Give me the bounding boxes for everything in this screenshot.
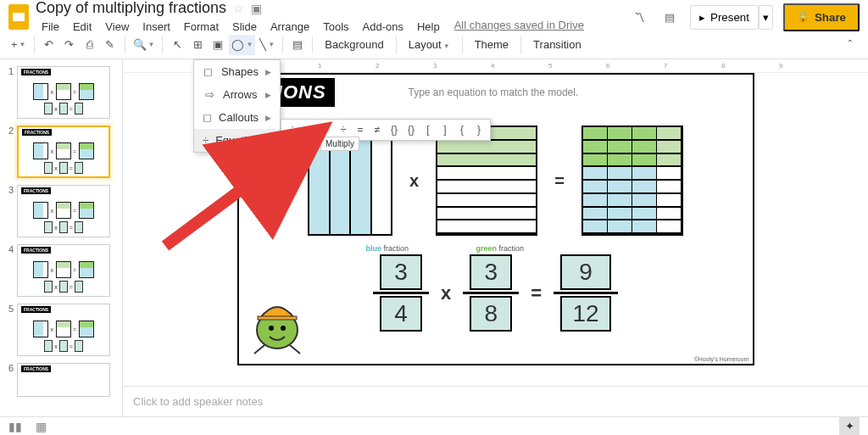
equation-equals[interactable]: = [354,123,366,137]
menu-view[interactable]: View [99,19,135,35]
theme-button[interactable]: Theme [468,38,515,51]
shape-menu-equation[interactable]: ÷ Equation ▶ [194,129,280,152]
fraction-c[interactable]: 9 12 [554,254,618,332]
textbox-tool[interactable]: ⊞ [188,35,207,55]
document-title[interactable]: Copy of multiplying fractions [36,0,226,17]
thumb-number: 2 [3,125,14,178]
fraction-b-numerator[interactable]: 3 [470,254,512,290]
equation-brace2[interactable]: {} [405,123,417,137]
result-fraction-model[interactable] [581,125,683,236]
grid-view-icon[interactable]: ▦ [36,420,47,433]
layout-button[interactable]: Layout▼ [402,38,457,51]
menu-slide[interactable]: Slide [226,19,263,35]
callouts-icon: ◻ [203,111,212,124]
thumbnail-1[interactable]: FRACTIONS x= x= [17,66,110,119]
equation-bracket-r[interactable]: ] [439,123,451,137]
equals-operator: = [554,171,565,191]
shape-dropdown-menu: ◻ Shapes ▶ ⇨ Arrows ▶ ◻ Callouts ▶ ÷ Equ… [193,59,281,153]
slide-prompt-text[interactable]: Type an equation to match the model. [409,86,579,98]
undo-button[interactable]: ↶ [40,35,58,55]
equation-divide[interactable]: ÷ [337,123,349,137]
shapes-icon: ◻ [203,65,214,78]
thumbnail-4[interactable]: FRACTIONS x= x= [17,244,110,297]
thumbnail-6[interactable]: FRACTIONS [17,363,110,397]
fraction-a-denominator[interactable]: 4 [380,296,422,332]
slide-canvas[interactable]: CTIONS Type an equation to match the mod… [237,73,754,365]
equation-submenu: ÷ − × ÷ = ≠ {} {} [ ] { } [281,119,491,141]
activity-icon[interactable]: 〽 [629,7,649,27]
tooltip-multiply: Multiply [320,137,359,151]
menu-format[interactable]: Format [178,19,225,35]
shape-menu-arrows[interactable]: ⇨ Arrows ▶ [194,83,280,106]
equation-multiply[interactable]: × [320,123,332,137]
green-fraction-model[interactable] [436,125,537,236]
image-tool[interactable]: ▣ [209,35,227,55]
slides-logo [8,4,29,30]
comment-button[interactable]: ▤ [288,35,307,55]
character-image [248,287,307,355]
select-tool[interactable]: ↖ [168,35,186,55]
menu-edit[interactable]: Edit [67,19,97,35]
new-slide-button[interactable]: +▼ [8,35,29,55]
fraction-a-numerator[interactable]: 3 [380,254,422,290]
equation-bracket-l[interactable]: [ [422,123,434,137]
share-label: Share [815,11,846,24]
equals-operator-2: = [531,282,542,304]
menu-insert[interactable]: Insert [136,19,176,35]
footer: ▮▮ ▦ ✦ [0,416,868,435]
menu-help[interactable]: Help [411,19,446,35]
slide-filmstrip[interactable]: 1 FRACTIONS x= x= 2 FRACTIONS x= x= 3 FR… [0,59,123,416]
thumb-number: 3 [3,185,14,237]
menu-addons[interactable]: Add-ons [357,19,409,35]
redo-button[interactable]: ↷ [60,35,79,55]
thumbnail-2[interactable]: FRACTIONS x= x= [17,125,110,178]
svg-line-4 [254,345,264,354]
menu-tools[interactable]: Tools [317,19,354,35]
fraction-b[interactable]: 3 8 [463,254,519,332]
explore-button[interactable]: ✦ [839,416,860,436]
times-operator-2: x [441,282,451,304]
shape-menu-label: Arrows [223,88,257,101]
arrows-icon: ⇨ [203,88,216,101]
fraction-a[interactable]: 3 4 [373,254,429,332]
thumb-number: 4 [3,244,14,297]
background-button[interactable]: Background [318,38,390,51]
print-button[interactable]: ⎙ [81,35,99,55]
equation-brace1[interactable]: {} [388,123,400,137]
equation-curly-r[interactable]: } [473,123,485,137]
thumb-number: 1 [3,66,14,119]
move-folder-icon[interactable]: ▣ [251,2,262,15]
star-icon[interactable]: ☆ [233,2,244,15]
save-status[interactable]: All changes saved in Drive [454,19,584,35]
svg-line-5 [290,345,300,354]
comments-icon[interactable]: ▤ [659,7,680,27]
equation-curly-l[interactable]: { [456,123,468,137]
present-dropdown[interactable]: ▾ [759,5,773,30]
speaker-notes[interactable]: Click to add speaker notes [123,386,868,416]
thumbnail-3[interactable]: FRACTIONS x= x= [17,185,110,237]
transition-button[interactable]: Transition [526,38,588,51]
equation-notequal[interactable]: ≠ [371,123,383,137]
menu-arrange[interactable]: Arrange [264,19,315,35]
menu-file[interactable]: File [36,19,65,35]
line-tool[interactable]: ╲▼ [257,35,277,55]
collapse-toolbar-icon[interactable]: ˆ [841,35,860,55]
thumbnail-5[interactable]: FRACTIONS x= x= [17,304,110,356]
zoom-button[interactable]: 🔍▼ [131,35,158,55]
shape-tool[interactable]: ◯▼ [229,35,255,55]
equation-minus[interactable]: − [303,123,315,137]
fraction-b-denominator[interactable]: 8 [470,296,512,332]
present-button[interactable]: ▸ Present [690,5,759,30]
fraction-c-numerator[interactable]: 9 [560,254,611,290]
share-button[interactable]: 🔒 Share [783,3,860,31]
fraction-c-denominator[interactable]: 12 [560,296,611,332]
app-header: Copy of multiplying fractions ☆ ▣ File E… [0,0,868,31]
shape-menu-shapes[interactable]: ◻ Shapes ▶ [194,60,280,83]
play-icon: ▸ [699,11,705,24]
toolbar: +▼ ↶ ↷ ⎙ ✎ 🔍▼ ↖ ⊞ ▣ ◯▼ ╲▼ ▤ Background L… [0,31,868,59]
filmstrip-view-icon[interactable]: ▮▮ [8,420,22,433]
thumb-number: 5 [3,304,14,356]
equation-plus[interactable]: ÷ [287,123,298,137]
shape-menu-callouts[interactable]: ◻ Callouts ▶ [194,106,280,129]
paint-format-button[interactable]: ✎ [101,35,120,55]
